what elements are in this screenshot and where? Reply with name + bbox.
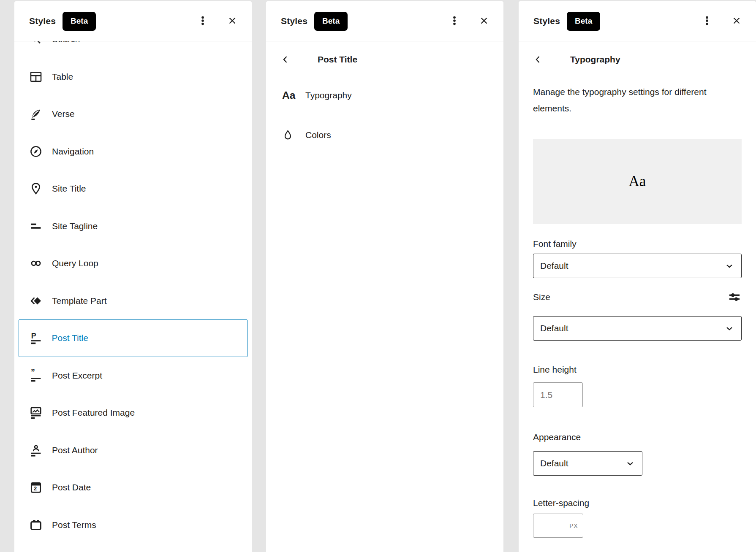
styles-panel-post-title: Styles Beta Post Title AaTypographyColor… bbox=[266, 1, 503, 552]
more-options-button[interactable] bbox=[197, 16, 208, 27]
back-button[interactable] bbox=[533, 54, 543, 65]
block-type-label: Navigation bbox=[52, 146, 94, 157]
block-type-item-post-author[interactable]: Post Author bbox=[14, 432, 252, 469]
subhead-post-title: Post Title bbox=[266, 54, 503, 65]
typography-description: Manage the typography settings for diffe… bbox=[533, 84, 725, 116]
back-button[interactable] bbox=[280, 54, 291, 65]
block-type-label: Query Loop bbox=[52, 258, 98, 268]
svg-text:”: ” bbox=[31, 368, 35, 377]
block-type-item-post-featured-image[interactable]: Post Featured Image bbox=[14, 394, 252, 432]
menu-item-label: Colors bbox=[305, 130, 331, 140]
block-type-item-post-terms[interactable]: Post Terms bbox=[14, 506, 252, 544]
panel-title: Styles bbox=[29, 16, 56, 26]
appearance-value: Default bbox=[540, 458, 568, 468]
settings-sliders-icon bbox=[727, 290, 742, 304]
typography-icon: Aa bbox=[280, 87, 298, 104]
subhead-title: Typography bbox=[570, 54, 620, 65]
block-type-item-navigation[interactable]: Navigation bbox=[14, 133, 252, 170]
svg-text:2: 2 bbox=[34, 485, 37, 492]
menu-item-label: Typography bbox=[305, 90, 352, 100]
line-height-placeholder: 1.5 bbox=[540, 390, 552, 400]
block-type-item-post-date[interactable]: 2Post Date bbox=[14, 469, 252, 506]
typography-settings: Manage the typography settings for diffe… bbox=[519, 84, 756, 538]
block-type-label: Verse bbox=[52, 109, 75, 119]
block-type-label: Template Part bbox=[52, 296, 107, 306]
letter-spacing-label: Letter-spacing bbox=[533, 498, 742, 508]
chevron-down-icon bbox=[724, 261, 734, 271]
styles-panel-typography: Styles Beta Typography Manage the typogr… bbox=[519, 1, 756, 552]
size-value: Default bbox=[540, 323, 568, 333]
block-type-label: Post Featured Image bbox=[52, 408, 135, 418]
size-select[interactable]: Default bbox=[533, 316, 742, 341]
post-title-menu: AaTypographyColors bbox=[266, 76, 503, 155]
panel-header: Styles Beta bbox=[14, 1, 252, 41]
post-excerpt-icon: ” bbox=[29, 368, 43, 383]
search-icon bbox=[29, 41, 43, 46]
block-type-item-search[interactable]: Search bbox=[14, 41, 252, 58]
typography-preview: Aa bbox=[533, 139, 742, 224]
colors-icon bbox=[280, 126, 298, 144]
block-type-label: Table bbox=[52, 72, 73, 82]
size-settings-button[interactable] bbox=[727, 290, 742, 304]
post-title-icon: P bbox=[29, 331, 43, 345]
table-icon bbox=[29, 70, 43, 84]
size-row: Size bbox=[533, 290, 742, 304]
post-date-icon: 2 bbox=[29, 480, 43, 495]
beta-badge: Beta bbox=[567, 12, 600, 31]
panel-title: Styles bbox=[281, 16, 307, 26]
block-type-label: Post Excerpt bbox=[52, 371, 102, 381]
menu-item-colors[interactable]: Colors bbox=[266, 115, 503, 155]
block-list-scroll[interactable]: SearchTableVerseNavigationSite TitleSite… bbox=[14, 41, 252, 552]
subhead-typography: Typography bbox=[519, 54, 756, 65]
block-type-item-template-part[interactable]: Template Part bbox=[14, 282, 252, 320]
panel-header: Styles Beta bbox=[519, 1, 756, 41]
appearance-label: Appearance bbox=[533, 432, 742, 442]
block-type-label: Site Tagline bbox=[52, 221, 98, 231]
chevron-left-icon bbox=[533, 54, 543, 65]
beta-badge: Beta bbox=[63, 12, 96, 31]
svg-text:P: P bbox=[31, 332, 36, 340]
panel-header: Styles Beta bbox=[266, 1, 503, 41]
post-terms-icon bbox=[29, 518, 43, 532]
font-family-select[interactable]: Default bbox=[533, 254, 742, 278]
block-type-item-post-excerpt[interactable]: ”Post Excerpt bbox=[14, 357, 252, 395]
appearance-select[interactable]: Default bbox=[533, 451, 642, 476]
site-tagline-icon bbox=[29, 219, 43, 233]
close-button[interactable] bbox=[479, 16, 489, 27]
block-type-item-post-title[interactable]: PPost Title bbox=[19, 319, 247, 357]
block-type-item-site-title[interactable]: Site Title bbox=[14, 170, 252, 208]
letter-spacing-input[interactable]: PX bbox=[533, 514, 583, 538]
subhead-title: Post Title bbox=[318, 54, 357, 65]
svg-text:Aa: Aa bbox=[282, 89, 296, 101]
chevron-down-icon bbox=[625, 458, 635, 468]
block-type-label: Site Title bbox=[52, 184, 86, 194]
styles-panels-stage: Styles Beta SearchTableVerseNavigationSi… bbox=[0, 0, 756, 552]
block-type-item-site-tagline[interactable]: Site Tagline bbox=[14, 208, 252, 245]
block-type-item-query-loop[interactable]: Query Loop bbox=[14, 245, 252, 282]
block-type-label: Post Terms bbox=[52, 520, 96, 530]
letter-spacing-unit: PX bbox=[569, 522, 578, 529]
query-loop-icon bbox=[29, 256, 43, 271]
more-options-button[interactable] bbox=[702, 16, 712, 27]
block-type-label: Search bbox=[52, 41, 80, 44]
navigation-icon bbox=[29, 144, 43, 159]
post-featured-image-icon bbox=[29, 406, 43, 420]
verse-icon bbox=[29, 107, 43, 121]
block-type-label: Post Author bbox=[52, 445, 98, 455]
beta-badge: Beta bbox=[314, 12, 348, 31]
block-type-label: Post Title bbox=[52, 333, 88, 343]
typography-preview-text: Aa bbox=[629, 173, 646, 190]
close-icon bbox=[479, 15, 489, 27]
close-button[interactable] bbox=[227, 16, 238, 27]
line-height-input[interactable]: 1.5 bbox=[533, 382, 583, 407]
block-type-item-verse[interactable]: Verse bbox=[14, 95, 252, 133]
block-type-list: SearchTableVerseNavigationSite TitleSite… bbox=[14, 41, 252, 544]
menu-item-typography[interactable]: AaTypography bbox=[266, 76, 503, 115]
close-button[interactable] bbox=[731, 16, 742, 27]
size-label: Size bbox=[533, 292, 550, 302]
block-type-item-table[interactable]: Table bbox=[14, 58, 252, 96]
chevron-left-icon bbox=[280, 54, 291, 65]
more-options-button[interactable] bbox=[449, 16, 460, 27]
chevron-down-icon bbox=[724, 323, 734, 333]
site-title-icon bbox=[29, 181, 43, 196]
